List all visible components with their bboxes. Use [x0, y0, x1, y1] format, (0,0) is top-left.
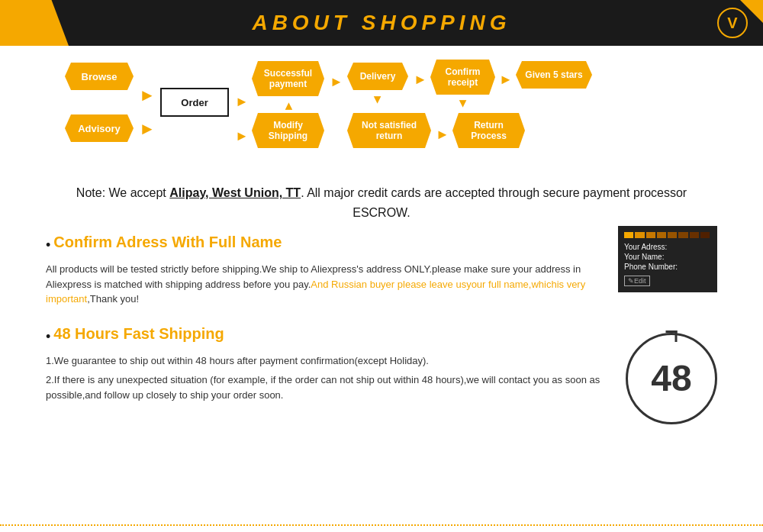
- stripe4: [657, 232, 666, 238]
- stripe7: [690, 232, 699, 238]
- arrow-payment-delivery: ►: [330, 74, 343, 90]
- note-section: Note: We accept Alipay, West Union, TT. …: [0, 176, 763, 234]
- section2-title: 48 Hours Fast Shipping: [53, 325, 224, 343]
- arrow-delivery-down: ►: [371, 94, 385, 106]
- flow-node-stars: Given 5 stars: [516, 61, 592, 89]
- stripe6: [678, 232, 687, 238]
- stripe2: [635, 232, 644, 238]
- address-line3: Phone Number:: [624, 263, 711, 271]
- stripe1: [624, 232, 633, 238]
- address-edit-button[interactable]: ✎Edit: [624, 276, 650, 286]
- arrow-to-order2: ►: [139, 119, 156, 139]
- address-card: Your Adress: Your Name: Phone Number: ✎E…: [618, 226, 717, 292]
- section1-body1: All products will be tested strictly bef…: [46, 262, 603, 307]
- section1-title: Confirm Adress With Full Name: [53, 234, 282, 251]
- bullet1: •: [46, 237, 50, 253]
- stripe8: [700, 232, 710, 238]
- section1-body2-end: ,Thank you!: [87, 293, 139, 305]
- stripe5: [668, 232, 677, 238]
- note-suffix: . All major credit cards are accepted th…: [301, 186, 687, 219]
- card-stripes: [624, 232, 711, 238]
- stripe3: [646, 232, 655, 238]
- flow-node-advisory: Advisory: [65, 114, 134, 142]
- circle-48-icon: 48: [626, 333, 717, 424]
- flow-node-order: Order: [160, 88, 229, 117]
- arrow-order-to-payment: ►: [235, 94, 249, 110]
- flow-node-not-satisfied: Not satisfied return: [347, 113, 431, 148]
- header-left-accent: [0, 0, 69, 46]
- flow-diagram: Browse Advisory ► ► Order ► Successful p…: [0, 46, 763, 176]
- arrow-notsatisfied-return: ►: [436, 127, 449, 143]
- address-line1: Your Adress:: [624, 243, 711, 251]
- flow-node-modify: Modify Shipping: [252, 113, 324, 148]
- arrow-delivery-confirm: ►: [414, 72, 427, 88]
- section2-body2: 2.If there is any unexpected situation (…: [46, 372, 610, 402]
- arrow-order-modify: ►: [235, 128, 249, 144]
- header-title: ABOUT SHOPPING: [252, 11, 510, 35]
- flow-node-delivery: Delivery: [347, 63, 408, 90]
- arrow-confirm-down: ►: [456, 98, 470, 110]
- header: ABOUT SHOPPING V: [0, 0, 763, 46]
- arrow-confirm-stars: ►: [499, 72, 513, 88]
- flow-node-payment: Successful payment: [252, 61, 324, 96]
- arrow-modify-up: ►: [282, 100, 295, 112]
- flow-node-return: Return Process: [452, 113, 525, 148]
- note-prefix: Note: We accept: [76, 186, 169, 199]
- address-line2: Your Name:: [624, 253, 711, 261]
- arrow-to-order: ►: [139, 85, 156, 105]
- section2-body1: 1.We guarantee to ship out within 48 hou…: [46, 353, 610, 369]
- header-logo: V: [717, 8, 748, 38]
- note-highlight: Alipay, West Union, TT: [169, 186, 301, 199]
- bottom-divider: [0, 524, 763, 526]
- flow-node-confirm: Confirm receipt: [430, 60, 495, 95]
- flow-node-browse: Browse: [65, 63, 134, 90]
- bullet2: •: [46, 329, 50, 345]
